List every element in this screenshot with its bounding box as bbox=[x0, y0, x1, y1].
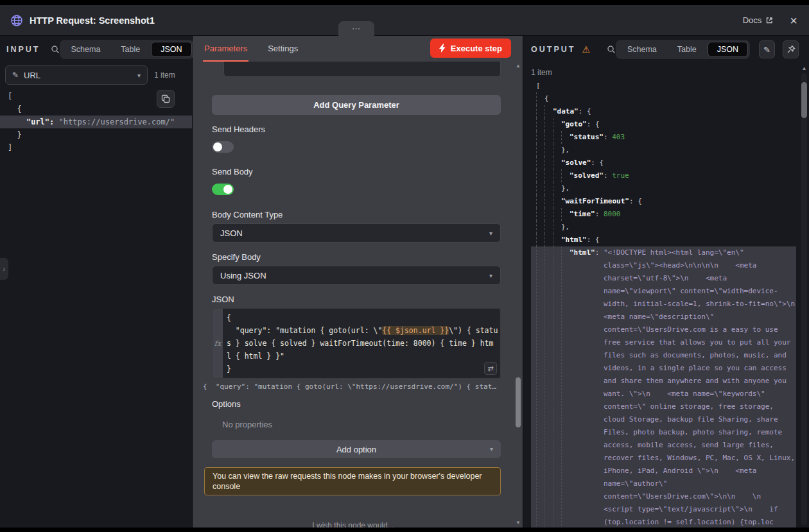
scroll-up-icon[interactable]: ▲ bbox=[801, 65, 807, 72]
input-panel: INPUT Schema Table JSON ✎ URL ▾ 1 item bbox=[0, 36, 193, 528]
output-tab-table[interactable]: Table bbox=[668, 42, 706, 57]
docs-link[interactable]: Docs bbox=[743, 15, 774, 25]
expand-expression-icon[interactable]: ⇄ bbox=[484, 362, 497, 375]
json-body-editor[interactable]: fx { "query": "mutation { goto(url: \"{{… bbox=[212, 308, 501, 379]
input-tab-table[interactable]: Table bbox=[111, 42, 150, 57]
scrollbar-thumb[interactable] bbox=[516, 377, 521, 427]
input-view-tabs: Schema Table JSON bbox=[60, 40, 194, 59]
json-line: s } solve { solved } waitForTimeout(time… bbox=[227, 337, 496, 350]
fx-badge: fx bbox=[214, 339, 221, 348]
parameters-scrollbar[interactable]: ▲ ▼ bbox=[514, 63, 522, 526]
tab-settings[interactable]: Settings bbox=[266, 36, 299, 62]
send-headers-label: Send Headers bbox=[212, 124, 265, 134]
ndv-header: HTTP Request: Screenshot1 Docs × bbox=[0, 5, 809, 36]
body-content-type-select[interactable]: JSON ▾ bbox=[212, 223, 501, 243]
edit-output-button[interactable]: ✎ bbox=[759, 40, 775, 58]
json-line: ] bbox=[0, 141, 192, 154]
output-search-icon[interactable] bbox=[607, 45, 616, 54]
json-line: "data": { bbox=[531, 105, 796, 118]
input-search-icon[interactable] bbox=[51, 45, 60, 54]
input-collapse-handle[interactable]: › bbox=[0, 258, 8, 280]
expression-gutter: fx bbox=[213, 309, 223, 378]
json-line: } bbox=[227, 363, 496, 375]
node-title: HTTP Request: Screenshot1 bbox=[30, 15, 155, 26]
input-items-count: 1 item bbox=[154, 71, 175, 80]
tab-parameters[interactable]: Parameters bbox=[203, 36, 248, 62]
chevron-down-icon: ▾ bbox=[489, 272, 492, 279]
output-tab-schema[interactable]: Schema bbox=[618, 42, 666, 57]
json-line: "waitForTimeout": { bbox=[531, 195, 796, 208]
developer-console-notice: You can view the raw requests this node … bbox=[204, 467, 501, 495]
send-body-label: Send Body bbox=[212, 167, 253, 176]
execute-step-label: Execute step bbox=[451, 44, 502, 53]
json-line: }, bbox=[531, 221, 796, 234]
json-line: }, bbox=[531, 144, 796, 157]
options-label: Options bbox=[212, 399, 241, 409]
json-editor-lines: { "query": "mutation { goto(url: \"{{ $j… bbox=[223, 309, 500, 378]
chevron-down-icon: ▾ bbox=[490, 445, 493, 452]
ndv-drag-handle[interactable]: ⋯ bbox=[338, 21, 374, 36]
json-line: l { html } }" bbox=[227, 350, 496, 363]
pin-data-icon bbox=[787, 45, 796, 54]
json-line: "solve": { bbox=[531, 157, 796, 169]
input-tab-schema[interactable]: Schema bbox=[62, 42, 110, 57]
specify-body-value: Using JSON bbox=[220, 271, 266, 280]
close-icon[interactable]: × bbox=[790, 14, 797, 27]
output-tab-json[interactable]: JSON bbox=[708, 42, 748, 57]
lightning-icon bbox=[439, 44, 446, 53]
external-link-icon bbox=[765, 17, 773, 24]
copy-button[interactable] bbox=[157, 90, 175, 108]
toggle-knob bbox=[213, 142, 222, 151]
toggle-knob bbox=[223, 185, 232, 194]
scroll-up-icon[interactable]: ▲ bbox=[514, 63, 522, 69]
copy-icon bbox=[161, 94, 170, 103]
parameters-panel: Parameters Settings Execute step Add Que… bbox=[193, 36, 523, 528]
input-source-value: URL bbox=[24, 71, 40, 80]
json-line: "goto": { bbox=[531, 118, 796, 131]
output-items-count: 1 item bbox=[531, 68, 552, 77]
json-line: }, bbox=[531, 182, 796, 195]
output-panel-title: OUTPUT bbox=[531, 45, 575, 54]
input-panel-header: INPUT Schema Table JSON bbox=[6, 40, 187, 59]
json-line: "query": "mutation { goto(url: \"{{ $jso… bbox=[227, 324, 496, 337]
output-json-view: [{"data": {"goto": {"status": 403},"solv… bbox=[531, 80, 796, 528]
specify-body-select[interactable]: Using JSON ▾ bbox=[212, 266, 501, 285]
json-line: [ bbox=[531, 80, 796, 92]
docs-label: Docs bbox=[743, 15, 762, 25]
query-parameter-value-input[interactable] bbox=[223, 62, 501, 77]
send-body-toggle[interactable] bbox=[212, 184, 234, 195]
add-query-parameter-button[interactable]: Add Query Parameter bbox=[212, 95, 501, 115]
input-source-select[interactable]: ✎ URL ▾ bbox=[5, 65, 148, 85]
globe-icon bbox=[10, 14, 23, 27]
body-content-type-value: JSON bbox=[220, 228, 243, 238]
json-line: } bbox=[0, 128, 192, 141]
output-panel: OUTPUT ⚠ Schema Table JSON ✎ bbox=[523, 36, 809, 528]
output-view-tabs: Schema Table JSON bbox=[616, 40, 750, 59]
json-line: "html": "<!DOCTYPE html><html lang=\"en\… bbox=[531, 246, 796, 528]
execute-step-button[interactable]: Execute step bbox=[430, 39, 511, 58]
json-line: "solved": true bbox=[531, 169, 796, 182]
input-tab-json[interactable]: JSON bbox=[151, 42, 191, 57]
node-feedback-link[interactable]: I wish this node would... bbox=[193, 521, 514, 528]
json-line: "status": 403 bbox=[531, 131, 796, 144]
json-line: "html": { bbox=[531, 234, 796, 246]
body-content-type-label: Body Content Type bbox=[212, 210, 283, 219]
send-headers-toggle[interactable] bbox=[212, 141, 234, 153]
input-panel-title: INPUT bbox=[6, 45, 40, 54]
output-scrollbar[interactable]: ▲ bbox=[801, 73, 807, 525]
json-body-label: JSON bbox=[212, 295, 234, 304]
json-line: { bbox=[227, 311, 496, 324]
add-option-button[interactable]: Add option ▾ bbox=[212, 440, 501, 458]
chevron-down-icon: ▾ bbox=[489, 230, 492, 237]
scrollbar-thumb[interactable] bbox=[801, 82, 807, 118]
json-line: { bbox=[531, 92, 796, 105]
chevron-down-icon: ▾ bbox=[137, 72, 141, 79]
expression-preview: { "query": "mutation { goto(url: \"https… bbox=[203, 382, 502, 392]
output-panel-header: OUTPUT ⚠ Schema Table JSON ✎ bbox=[531, 40, 799, 59]
parameters-form: Add Query Parameter Send Headers Send Bo… bbox=[193, 62, 514, 528]
add-option-label: Add option bbox=[336, 445, 376, 454]
scroll-down-icon[interactable]: ▼ bbox=[514, 520, 522, 526]
pin-data-button[interactable] bbox=[783, 40, 799, 58]
pencil-icon: ✎ bbox=[12, 71, 19, 80]
specify-body-label: Specify Body bbox=[212, 252, 261, 262]
